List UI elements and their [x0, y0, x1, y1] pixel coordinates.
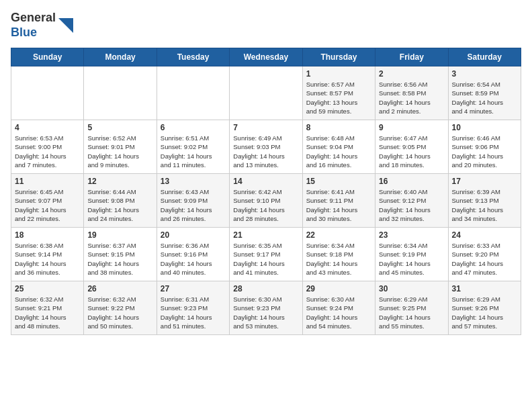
day-info: Sunrise: 6:43 AM Sunset: 9:09 PM Dayligh… — [161, 187, 226, 223]
day-info: Sunrise: 6:33 AM Sunset: 9:20 PM Dayligh… — [452, 241, 517, 277]
day-info: Sunrise: 6:34 AM Sunset: 9:19 PM Dayligh… — [379, 241, 444, 277]
day-info: Sunrise: 6:35 AM Sunset: 9:17 PM Dayligh… — [233, 241, 298, 277]
day-cell: 13Sunrise: 6:43 AM Sunset: 9:09 PM Dayli… — [157, 174, 229, 228]
day-number: 3 — [452, 69, 517, 79]
day-info: Sunrise: 6:40 AM Sunset: 9:12 PM Dayligh… — [379, 187, 444, 223]
logo: General Blue — [11, 11, 73, 40]
day-number: 14 — [233, 177, 298, 186]
day-number: 31 — [452, 284, 517, 293]
day-cell: 14Sunrise: 6:42 AM Sunset: 9:10 PM Dayli… — [230, 174, 302, 228]
day-cell: 12Sunrise: 6:44 AM Sunset: 9:08 PM Dayli… — [84, 174, 157, 228]
day-number: 2 — [379, 69, 444, 79]
day-cell: 31Sunrise: 6:29 AM Sunset: 9:26 PM Dayli… — [448, 281, 521, 335]
day-info: Sunrise: 6:46 AM Sunset: 9:06 PM Dayligh… — [452, 134, 517, 169]
day-number: 25 — [15, 284, 80, 293]
day-info: Sunrise: 6:36 AM Sunset: 9:16 PM Dayligh… — [161, 241, 226, 277]
logo-general: General — [11, 11, 56, 24]
logo-blue: Blue — [11, 26, 37, 39]
day-cell: 3Sunrise: 6:54 AM Sunset: 8:59 PM Daylig… — [448, 66, 521, 120]
header-cell-wednesday: Wednesday — [230, 48, 302, 66]
day-cell — [157, 66, 229, 120]
day-cell: 8Sunrise: 6:48 AM Sunset: 9:04 PM Daylig… — [302, 120, 375, 174]
week-row-4: 25Sunrise: 6:32 AM Sunset: 9:21 PM Dayli… — [11, 281, 521, 335]
day-number: 8 — [306, 123, 371, 132]
day-cell: 5Sunrise: 6:52 AM Sunset: 9:01 PM Daylig… — [84, 120, 157, 174]
day-cell: 23Sunrise: 6:34 AM Sunset: 9:19 PM Dayli… — [375, 228, 448, 281]
header-cell-saturday: Saturday — [448, 48, 521, 66]
day-info: Sunrise: 6:29 AM Sunset: 9:25 PM Dayligh… — [379, 295, 444, 330]
week-row-2: 11Sunrise: 6:45 AM Sunset: 9:07 PM Dayli… — [11, 174, 521, 228]
day-number: 7 — [233, 123, 298, 132]
day-cell: 18Sunrise: 6:38 AM Sunset: 9:14 PM Dayli… — [11, 228, 84, 281]
day-cell: 7Sunrise: 6:49 AM Sunset: 9:03 PM Daylig… — [230, 120, 302, 174]
day-number: 19 — [87, 230, 152, 240]
day-number: 11 — [15, 177, 80, 186]
logo-triangle-icon — [58, 18, 73, 33]
day-cell: 2Sunrise: 6:56 AM Sunset: 8:58 PM Daylig… — [375, 66, 448, 120]
day-number: 17 — [452, 177, 517, 186]
week-row-0: 1Sunrise: 6:57 AM Sunset: 8:57 PM Daylig… — [11, 66, 521, 120]
day-number: 27 — [161, 284, 226, 293]
day-cell: 20Sunrise: 6:36 AM Sunset: 9:16 PM Dayli… — [157, 228, 229, 281]
day-number: 28 — [233, 284, 298, 293]
day-number: 6 — [161, 123, 226, 132]
day-info: Sunrise: 6:52 AM Sunset: 9:01 PM Dayligh… — [87, 134, 152, 169]
day-cell: 9Sunrise: 6:47 AM Sunset: 9:05 PM Daylig… — [375, 120, 448, 174]
day-info: Sunrise: 6:41 AM Sunset: 9:11 PM Dayligh… — [306, 187, 371, 223]
day-number: 26 — [87, 284, 152, 293]
day-cell — [230, 66, 302, 120]
day-number: 10 — [452, 123, 517, 132]
day-number: 18 — [15, 230, 80, 240]
day-cell: 11Sunrise: 6:45 AM Sunset: 9:07 PM Dayli… — [11, 174, 84, 228]
header-row: SundayMondayTuesdayWednesdayThursdayFrid… — [11, 48, 521, 66]
day-number: 12 — [87, 177, 152, 186]
day-cell: 26Sunrise: 6:32 AM Sunset: 9:22 PM Dayli… — [84, 281, 157, 335]
day-cell: 22Sunrise: 6:34 AM Sunset: 9:18 PM Dayli… — [302, 228, 375, 281]
day-number: 24 — [452, 230, 517, 240]
day-info: Sunrise: 6:31 AM Sunset: 9:23 PM Dayligh… — [161, 295, 226, 330]
day-cell — [84, 66, 157, 120]
day-cell — [11, 66, 84, 120]
calendar-header: SundayMondayTuesdayWednesdayThursdayFrid… — [11, 48, 521, 66]
day-number: 9 — [379, 123, 444, 132]
header-cell-tuesday: Tuesday — [157, 48, 229, 66]
day-info: Sunrise: 6:54 AM Sunset: 8:59 PM Dayligh… — [452, 80, 517, 116]
day-info: Sunrise: 6:37 AM Sunset: 9:15 PM Dayligh… — [87, 241, 152, 277]
day-number: 21 — [233, 230, 298, 240]
day-number: 5 — [87, 123, 152, 132]
day-info: Sunrise: 6:29 AM Sunset: 9:26 PM Dayligh… — [452, 295, 517, 330]
day-info: Sunrise: 6:53 AM Sunset: 9:00 PM Dayligh… — [15, 134, 80, 169]
day-number: 20 — [161, 230, 226, 240]
day-cell: 24Sunrise: 6:33 AM Sunset: 9:20 PM Dayli… — [448, 228, 521, 281]
logo-text: General Blue — [11, 11, 56, 40]
header-cell-monday: Monday — [84, 48, 157, 66]
day-info: Sunrise: 6:30 AM Sunset: 9:24 PM Dayligh… — [306, 295, 371, 330]
header-cell-friday: Friday — [375, 48, 448, 66]
day-info: Sunrise: 6:51 AM Sunset: 9:02 PM Dayligh… — [161, 134, 226, 169]
day-cell: 4Sunrise: 6:53 AM Sunset: 9:00 PM Daylig… — [11, 120, 84, 174]
day-cell: 16Sunrise: 6:40 AM Sunset: 9:12 PM Dayli… — [375, 174, 448, 228]
day-cell: 27Sunrise: 6:31 AM Sunset: 9:23 PM Dayli… — [157, 281, 229, 335]
day-number: 29 — [306, 284, 371, 293]
week-row-1: 4Sunrise: 6:53 AM Sunset: 9:00 PM Daylig… — [11, 120, 521, 174]
day-number: 22 — [306, 230, 371, 240]
header-cell-sunday: Sunday — [11, 48, 84, 66]
day-number: 13 — [161, 177, 226, 186]
header: General Blue — [11, 11, 521, 40]
day-number: 16 — [379, 177, 444, 186]
day-info: Sunrise: 6:39 AM Sunset: 9:13 PM Dayligh… — [452, 187, 517, 223]
day-info: Sunrise: 6:32 AM Sunset: 9:22 PM Dayligh… — [87, 295, 152, 330]
day-info: Sunrise: 6:44 AM Sunset: 9:08 PM Dayligh… — [87, 187, 152, 223]
day-cell: 15Sunrise: 6:41 AM Sunset: 9:11 PM Dayli… — [302, 174, 375, 228]
day-info: Sunrise: 6:56 AM Sunset: 8:58 PM Dayligh… — [379, 80, 444, 116]
day-cell: 30Sunrise: 6:29 AM Sunset: 9:25 PM Dayli… — [375, 281, 448, 335]
day-cell: 1Sunrise: 6:57 AM Sunset: 8:57 PM Daylig… — [302, 66, 375, 120]
day-number: 23 — [379, 230, 444, 240]
day-cell: 21Sunrise: 6:35 AM Sunset: 9:17 PM Dayli… — [230, 228, 302, 281]
week-row-3: 18Sunrise: 6:38 AM Sunset: 9:14 PM Dayli… — [11, 228, 521, 281]
day-cell: 10Sunrise: 6:46 AM Sunset: 9:06 PM Dayli… — [448, 120, 521, 174]
day-cell: 29Sunrise: 6:30 AM Sunset: 9:24 PM Dayli… — [302, 281, 375, 335]
calendar-body: 1Sunrise: 6:57 AM Sunset: 8:57 PM Daylig… — [11, 66, 521, 335]
day-cell: 25Sunrise: 6:32 AM Sunset: 9:21 PM Dayli… — [11, 281, 84, 335]
day-number: 4 — [15, 123, 80, 132]
